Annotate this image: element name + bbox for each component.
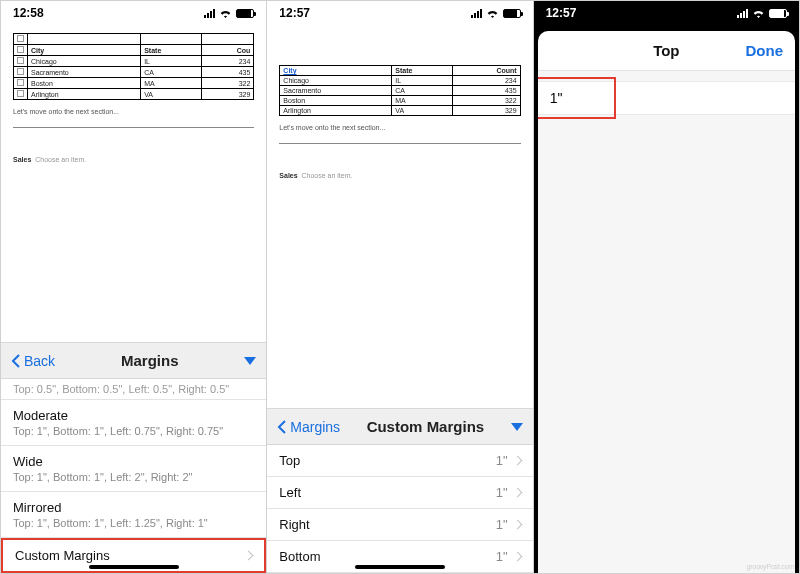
col-city: City [280, 66, 392, 76]
col-state: State [141, 45, 202, 56]
wifi-icon [752, 8, 765, 18]
checkbox[interactable] [17, 46, 24, 53]
data-table: City State Count ChicagoIL234 Sacramento… [279, 65, 520, 116]
checkbox[interactable] [17, 90, 24, 97]
custom-margins-sheet: Margins Custom Margins Top 1" Left 1" Ri… [267, 408, 532, 573]
collapse-toggle-icon[interactable] [244, 357, 256, 365]
col-state: State [392, 66, 452, 76]
chevron-right-icon [244, 551, 254, 561]
home-indicator [89, 565, 179, 569]
chevron-right-icon [512, 552, 522, 562]
back-button[interactable]: Back [11, 353, 55, 369]
status-time: 12:58 [13, 6, 44, 20]
status-time: 12:57 [279, 6, 310, 20]
margin-value-field[interactable]: 1" [538, 81, 795, 115]
col-count: Cou [202, 45, 254, 56]
status-right [204, 8, 254, 18]
margins-sheet: Back Margins Top: 0.5", Bottom: 0.5", Le… [1, 342, 266, 573]
status-bar: 12:58 [1, 1, 266, 25]
sheet-header: Margins Custom Margins [267, 409, 532, 445]
col-city: City [28, 45, 141, 56]
modal-sheet: Top Done 1" [538, 31, 795, 573]
margin-option-moderate[interactable]: Moderate Top: 1", Bottom: 1", Left: 0.75… [1, 400, 266, 446]
checkbox[interactable] [17, 57, 24, 64]
home-indicator [355, 565, 445, 569]
sheet-title: Margins [55, 352, 244, 369]
margin-option-wide[interactable]: Wide Top: 1", Bottom: 1", Left: 2", Righ… [1, 446, 266, 492]
panel-margins-list: 12:58 City State Cou ChicagoIL234 [1, 1, 267, 573]
margin-option-mirrored[interactable]: Mirrored Top: 1", Bottom: 1", Left: 1.25… [1, 492, 266, 538]
sales-row: Sales Choose an item. [279, 172, 520, 179]
wifi-icon [219, 8, 232, 18]
collapse-toggle-icon[interactable] [511, 423, 523, 431]
document-preview: City State Count ChicagoIL234 Sacramento… [267, 25, 532, 179]
data-table: City State Cou ChicagoIL234 SacramentoCA… [13, 33, 254, 100]
status-bar: 12:57 [267, 1, 532, 25]
col-count: Count [452, 66, 520, 76]
sales-row: Sales Choose an item. [13, 156, 254, 163]
battery-icon [769, 9, 787, 18]
back-button[interactable]: Margins [277, 419, 340, 435]
checkbox[interactable] [17, 35, 24, 42]
margin-value-text: 1" [550, 90, 563, 106]
checkbox[interactable] [17, 79, 24, 86]
battery-icon [503, 9, 521, 18]
margin-option-truncated[interactable]: Top: 0.5", Bottom: 0.5", Left: 0.5", Rig… [1, 379, 266, 400]
margin-right-row[interactable]: Right 1" [267, 509, 532, 541]
checkbox[interactable] [17, 68, 24, 75]
signal-icon [471, 9, 482, 18]
panel-custom-margins: 12:57 City State Count ChicagoIL234 Sacr… [267, 1, 533, 573]
status-right [471, 8, 521, 18]
section-text: Let's move onto the next section... [13, 108, 254, 115]
margin-left-row[interactable]: Left 1" [267, 477, 532, 509]
status-bar: 12:57 [534, 1, 799, 25]
done-button[interactable]: Done [745, 42, 783, 59]
nav-bar: Top Done [538, 31, 795, 71]
chevron-right-icon [512, 488, 522, 498]
margin-top-row[interactable]: Top 1" [267, 445, 532, 477]
battery-icon [236, 9, 254, 18]
status-time: 12:57 [546, 6, 577, 20]
chevron-right-icon [512, 456, 522, 466]
document-preview: City State Cou ChicagoIL234 SacramentoCA… [1, 25, 266, 163]
sheet-title: Custom Margins [340, 418, 511, 435]
section-text: Let's move onto the next section... [279, 124, 520, 131]
chevron-right-icon [512, 520, 522, 530]
signal-icon [204, 9, 215, 18]
signal-icon [737, 9, 748, 18]
wifi-icon [486, 8, 499, 18]
status-right [737, 8, 787, 18]
sheet-header: Back Margins [1, 343, 266, 379]
panel-top-margin-edit: 12:57 Top Done 1" [534, 1, 799, 573]
watermark: groovyPost.com [747, 563, 794, 570]
